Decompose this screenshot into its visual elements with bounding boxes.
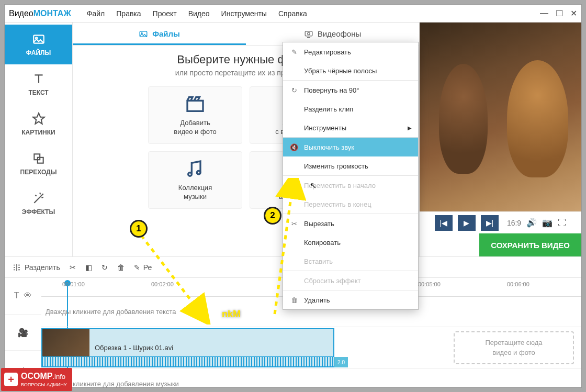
cursor-icon: ↖ (310, 181, 317, 191)
context-item[interactable]: Изменить громкость (283, 156, 418, 175)
clip-name: Обрезка 1 - Шурик 01.avi (95, 344, 173, 352)
svg-rect-6 (305, 31, 312, 36)
watermark-badge: + OCOMP.infoВОПРОСЫ АДМИНУ (1, 368, 72, 391)
menu-item[interactable]: Проект (153, 9, 177, 18)
context-item[interactable]: 🗑Удалить (283, 290, 418, 309)
video-dropzone[interactable]: Перетащите сюда видео и фото (454, 331, 574, 364)
plus-icon: + (4, 373, 18, 386)
context-item[interactable]: ↻Повернуть на 90° (283, 81, 418, 99)
next-button[interactable]: ▶| (481, 215, 499, 231)
sidebar: ФАЙЛЫТЕКСТКАРТИНКИПЕРЕХОДЫЭФФЕКТЫ (5, 23, 73, 256)
annotation-text: nkM (222, 309, 241, 320)
context-menu: ✎РедактироватьУбрать чёрные полосы↻Повер… (283, 42, 419, 310)
track-text-icon[interactable]: T 👁 (5, 278, 41, 315)
context-item[interactable]: ✎Редактировать (283, 42, 418, 61)
menu-item[interactable]: Инструменты (221, 9, 267, 18)
fullscreen-icon[interactable]: ⛶ (558, 218, 566, 228)
action-tile[interactable]: Коллекция музыки (148, 151, 242, 209)
sidebar-item[interactable]: ЭФФЕКТЫ (5, 184, 72, 223)
titlebar: ВидеоМОНТАЖ ФайлПравкаПроектВидеоИнструм… (5, 5, 581, 23)
svg-rect-8 (187, 100, 203, 111)
rotate-icon[interactable]: ↻ (102, 263, 108, 272)
video-track[interactable]: Обрезка 1 - Шурик 01.avi 2.0 Перетащите … (41, 327, 581, 369)
window-controls: — ☐ ✕ (540, 8, 577, 18)
menu-item[interactable]: Файл (87, 9, 105, 18)
volume-icon[interactable]: 🔊 (526, 218, 537, 228)
context-item[interactable]: ✂Вырезать (283, 214, 418, 233)
annotation-2: 2 (264, 207, 281, 225)
sidebar-item[interactable]: ТЕКСТ (5, 64, 72, 104)
play-button[interactable]: ▶ (458, 215, 476, 231)
crop-icon[interactable]: ◧ (85, 263, 92, 272)
menu-item[interactable]: Видео (188, 9, 210, 18)
save-video-button[interactable]: СОХРАНИТЬ ВИДЕО (479, 233, 581, 256)
context-item[interactable]: Разделить клип (283, 99, 418, 118)
context-item[interactable]: Копировать (283, 233, 418, 252)
audio-track[interactable]: Дважды кликните для добавления музыки (41, 369, 581, 392)
close-button[interactable]: ✕ (570, 8, 577, 18)
cut-icon[interactable]: ✂ (70, 263, 76, 272)
app-title: ВидеоМОНТАЖ (9, 9, 71, 18)
context-item[interactable]: Инструменты▶ (283, 118, 418, 137)
split-tool[interactable]: Разделить (12, 263, 60, 272)
sidebar-item[interactable]: ПЕРЕХОДЫ (5, 144, 72, 184)
prev-button[interactable]: |◀ (435, 215, 453, 231)
snapshot-icon[interactable]: 📷 (542, 218, 553, 228)
menu-item[interactable]: Справка (278, 9, 307, 18)
svg-point-7 (307, 32, 310, 35)
context-item: Сбросить эффект (283, 271, 418, 290)
maximize-button[interactable]: ☐ (556, 8, 563, 18)
menubar: ФайлПравкаПроектВидеоИнструментыСправка (87, 9, 307, 18)
context-item[interactable]: Убрать чёрные полосы (283, 61, 418, 80)
preview-screen (420, 23, 581, 211)
player-controls: |◀ ▶ ▶| 16:9 🔊 📷 ⛶ (420, 211, 581, 233)
annotation-1: 1 (130, 220, 148, 238)
action-tile[interactable]: Добавить видео и фото (148, 86, 242, 144)
sidebar-item[interactable]: КАРТИНКИ (5, 104, 72, 144)
preview-panel: |◀ ▶ ▶| 16:9 🔊 📷 ⛶ СОХРАНИТЬ ВИДЕО (419, 23, 581, 256)
sidebar-item[interactable]: ФАЙЛЫ (5, 25, 72, 64)
menu-item[interactable]: Правка (116, 9, 141, 18)
aspect-ratio[interactable]: 16:9 (507, 219, 521, 227)
tab-files[interactable]: Файлы (73, 23, 246, 45)
context-item: ⇄Переместить в начало (283, 176, 418, 195)
edit-tool[interactable]: ✎ Ре (134, 263, 152, 272)
context-item[interactable]: 🔇Выключить звук (283, 138, 418, 156)
svg-point-11 (188, 173, 192, 176)
svg-point-12 (197, 171, 200, 174)
delete-icon[interactable]: 🗑 (117, 263, 125, 272)
track-video-icon[interactable]: 🎥 (5, 315, 41, 351)
minimize-button[interactable]: — (540, 8, 548, 18)
context-item: Вставить (283, 252, 418, 271)
clip-speed-badge: 2.0 (334, 357, 348, 367)
context-item: Переместить в конец (283, 195, 418, 214)
clip-audio-waveform (41, 356, 334, 367)
